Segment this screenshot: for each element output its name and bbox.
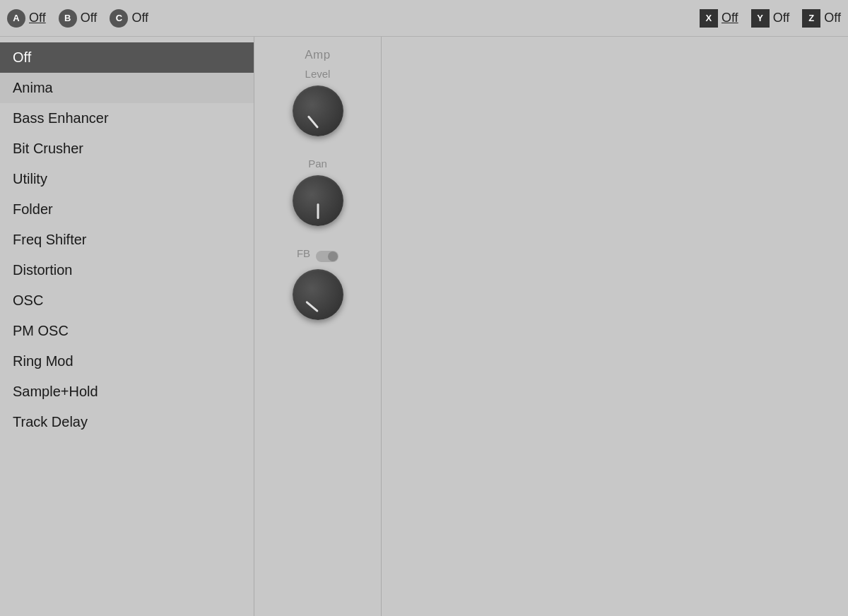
list-item-label: Track Delay xyxy=(13,414,88,430)
fb-label: FB xyxy=(297,247,310,259)
list-item-label: Bass Enhancer xyxy=(13,110,109,126)
list-item-label: Distortion xyxy=(13,262,72,278)
slot-c-letter: C xyxy=(116,13,122,23)
list-item-pm-osc[interactable]: PM OSC xyxy=(0,316,254,346)
list-item-label: Anima xyxy=(13,80,53,95)
slot-z-label: Off xyxy=(824,11,841,25)
list-item-ring-mod[interactable]: Ring Mod xyxy=(0,346,254,377)
pan-knob[interactable] xyxy=(293,175,343,226)
device-list-panel: Off Anima Bass Enhancer Bit Crusher Util… xyxy=(0,37,254,616)
fb-toggle[interactable] xyxy=(316,251,338,262)
right-slots: X Off Y Off Z Off xyxy=(700,9,841,28)
list-item-sample-hold[interactable]: Sample+Hold xyxy=(0,377,254,407)
slot-b-button[interactable]: B Off xyxy=(59,9,98,28)
slot-y-letter: Y xyxy=(757,13,763,23)
list-item-utility[interactable]: Utility xyxy=(0,164,254,194)
slot-a-circle: A xyxy=(7,9,25,28)
right-panel xyxy=(382,37,848,616)
pan-section: Pan xyxy=(293,158,343,226)
list-item-label: Folder xyxy=(13,201,53,217)
slot-x-square: X xyxy=(700,9,718,28)
list-item-osc[interactable]: OSC xyxy=(0,285,254,316)
slot-z-button[interactable]: Z Off xyxy=(802,9,841,28)
slot-c-label: Off xyxy=(131,11,148,25)
slot-a-button[interactable]: A Off xyxy=(7,9,46,28)
list-item-label: Utility xyxy=(13,171,47,186)
slot-y-button[interactable]: Y Off xyxy=(751,9,790,28)
list-item-off[interactable]: Off xyxy=(0,42,254,73)
slot-x-button[interactable]: X Off xyxy=(700,9,738,28)
slot-a-label: Off xyxy=(29,11,46,25)
slot-x-letter: X xyxy=(706,13,712,23)
list-item-track-delay[interactable]: Track Delay xyxy=(0,407,254,437)
list-item-anima[interactable]: Anima xyxy=(0,73,254,103)
left-slots: A Off B Off C Off xyxy=(7,9,148,28)
fb-row: FB xyxy=(297,247,338,265)
level-section: Level xyxy=(293,68,343,136)
slot-c-circle: C xyxy=(110,9,128,28)
level-knob[interactable] xyxy=(293,85,343,136)
top-bar: A Off B Off C Off X Off Y Of xyxy=(0,0,848,37)
list-item-label: OSC xyxy=(13,292,43,308)
list-item-label: PM OSC xyxy=(13,323,69,338)
level-label: Level xyxy=(305,68,331,80)
slot-y-label: Off xyxy=(773,11,790,25)
list-item-label: Bit Crusher xyxy=(13,141,83,156)
list-item-label: Freq Shifter xyxy=(13,232,86,247)
slot-a-letter: A xyxy=(13,13,19,23)
list-item-distortion[interactable]: Distortion xyxy=(0,255,254,285)
slot-y-square: Y xyxy=(751,9,770,28)
slot-z-square: Z xyxy=(802,9,820,28)
slot-b-circle: B xyxy=(59,9,77,28)
amp-title: Amp xyxy=(305,48,330,62)
list-item-freq-shifter[interactable]: Freq Shifter xyxy=(0,225,254,255)
slot-c-button[interactable]: C Off xyxy=(110,9,148,28)
fb-knob[interactable] xyxy=(293,269,343,320)
main-content: Off Anima Bass Enhancer Bit Crusher Util… xyxy=(0,37,848,616)
list-item-label: Off xyxy=(13,49,31,65)
slot-z-letter: Z xyxy=(808,13,814,23)
list-item-bass-enhancer[interactable]: Bass Enhancer xyxy=(0,103,254,134)
list-item-folder[interactable]: Folder xyxy=(0,194,254,225)
slot-b-label: Off xyxy=(81,11,98,25)
amp-panel: Amp Level Pan FB xyxy=(254,37,382,616)
list-item-bit-crusher[interactable]: Bit Crusher xyxy=(0,134,254,164)
slot-b-letter: B xyxy=(64,13,71,23)
pan-label: Pan xyxy=(308,158,327,170)
fb-section: FB xyxy=(293,247,343,320)
list-item-label: Sample+Hold xyxy=(13,384,98,399)
slot-x-label: Off xyxy=(722,11,738,25)
list-item-label: Ring Mod xyxy=(13,353,73,369)
